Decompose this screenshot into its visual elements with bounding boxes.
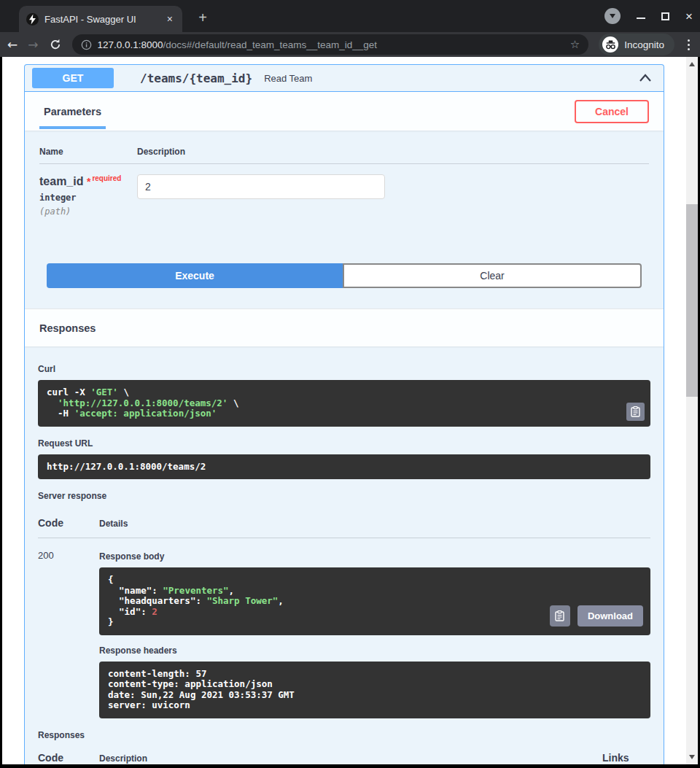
back-button[interactable]: ← (7, 37, 18, 52)
team-id-input[interactable] (137, 174, 385, 199)
download-button[interactable]: Download (578, 605, 643, 627)
page-info-icon[interactable] (81, 39, 92, 50)
parameter-row: team_id *required integer (path) (39, 164, 649, 217)
tab-parameters[interactable]: Parameters (39, 92, 106, 131)
required-label: required (92, 174, 121, 182)
browser-window: FastAPI - Swagger UI × + × ← → 127.0.0 (0, 0, 700, 768)
scrollbar-thumb[interactable] (686, 204, 698, 397)
documented-responses-table-header: Code Description Links (38, 740, 650, 764)
maximize-button[interactable] (661, 12, 669, 20)
col-details-header: Details (99, 519, 650, 529)
request-url-value: http://127.0.0.1:8000/teams/2 (47, 462, 642, 473)
server-response-table-header: Code Details (38, 501, 650, 538)
browser-menu-button[interactable] (685, 39, 693, 50)
scroll-up-arrow[interactable] (689, 62, 695, 66)
browser-tab[interactable]: FastAPI - Swagger UI × (19, 6, 182, 32)
clear-button[interactable]: Clear (343, 263, 642, 288)
copy-response-button[interactable] (550, 605, 570, 627)
tab-strip: FastAPI - Swagger UI × + × (0, 0, 700, 32)
tab-search-button[interactable] (604, 8, 621, 24)
minimize-button[interactable] (637, 18, 645, 19)
url-path: /docs#/default/read_team_teams__team_id_… (163, 39, 377, 50)
parameters-section: Name Description team_id *required integ… (25, 131, 664, 309)
col-description-header: Description (99, 753, 602, 764)
parameter-name: team_id *required (39, 174, 137, 188)
parameter-type: integer (39, 193, 137, 203)
scroll-down-arrow[interactable] (689, 755, 695, 759)
url-text[interactable]: 127.0.0.1:8000/docs#/default/read_team_t… (98, 39, 564, 50)
response-header-line: content-type: application/json (108, 679, 642, 690)
col-name-header: Name (39, 147, 137, 157)
page-content: GET /teams/{team_id} Read Team Parameter… (0, 57, 700, 764)
response-headers-block: content-length: 57 content-type: applica… (99, 662, 650, 718)
responses-title: Responses (39, 322, 96, 334)
tab-close-icon[interactable]: × (165, 13, 175, 25)
fastapi-favicon-icon (26, 13, 39, 26)
url-bar[interactable]: 127.0.0.1:8000/docs#/default/read_team_t… (72, 34, 589, 55)
response-header-line: content-length: 57 (108, 669, 642, 680)
endpoint-path: /teams/{team_id} (140, 71, 252, 85)
close-window-button[interactable]: × (685, 10, 693, 23)
execute-button-group: Execute Clear (47, 263, 642, 288)
http-method-badge: GET (32, 68, 114, 88)
request-url-block: http://127.0.0.1:8000/teams/2 (38, 454, 650, 480)
execute-button[interactable]: Execute (47, 263, 343, 288)
col-description-header: Description (137, 147, 649, 157)
curl-label: Curl (38, 364, 650, 374)
col-code-header: Code (38, 517, 99, 529)
clipboard-icon (631, 406, 640, 417)
documented-responses-label: Responses (38, 730, 650, 740)
request-url-label: Request URL (38, 438, 650, 449)
server-response-label: Server response (38, 491, 650, 501)
status-code: 200 (38, 550, 99, 718)
endpoint-summary: Read Team (264, 73, 312, 84)
response-body-label: Response body (99, 551, 650, 562)
parameters-table-header: Name Description (39, 147, 649, 164)
forward-button[interactable]: → (28, 37, 38, 52)
incognito-icon (602, 36, 618, 53)
parameter-description-cell (137, 174, 649, 217)
parameter-location: (path) (39, 206, 137, 217)
curl-code-block: curl -X 'GET' \ 'http://127.0.0.1:8000/t… (38, 380, 650, 427)
server-response-row: 200 Response body { "name": "Preventers"… (38, 538, 650, 718)
response-details-cell: Response body { "name": "Preventers", "h… (99, 550, 650, 718)
incognito-badge: Incognito (599, 34, 674, 55)
col-code-header: Code (38, 752, 99, 764)
response-header-line: date: Sun,22 Aug 2021 03:53:37 GMT (108, 690, 642, 701)
cancel-button[interactable]: Cancel (575, 100, 649, 123)
incognito-label: Incognito (624, 39, 664, 50)
response-headers-label: Response headers (99, 645, 650, 656)
page-scrollbar[interactable] (686, 57, 698, 764)
new-tab-button[interactable]: + (194, 9, 211, 27)
col-links-header: Links (602, 752, 650, 764)
opblock-header[interactable]: GET /teams/{team_id} Read Team (25, 65, 664, 92)
parameters-section-header: Parameters Cancel (25, 92, 664, 131)
copy-curl-button[interactable] (626, 403, 645, 421)
browser-toolbar: ← → 127.0.0.1:8000/docs#/default/read_te… (0, 32, 700, 57)
collapse-chevron-icon[interactable] (639, 73, 652, 83)
parameter-name-cell: team_id *required integer (path) (39, 174, 137, 217)
responses-section-header: Responses (25, 309, 664, 346)
response-body-block: { "name": "Preventers", "headquarters": … (99, 567, 650, 635)
clipboard-icon (555, 610, 564, 621)
required-star: * (87, 176, 90, 187)
url-host: 127.0.0.1:8000 (98, 39, 163, 50)
responses-section: Curl curl -X 'GET' \ 'http://127.0.0.1:8… (25, 346, 664, 764)
caret-down-icon (610, 14, 615, 18)
reload-button[interactable] (49, 38, 62, 51)
tab-title: FastAPI - Swagger UI (44, 14, 159, 25)
response-header-line: server: uvicorn (108, 700, 642, 711)
bookmark-star-icon[interactable]: ☆ (570, 38, 580, 51)
opblock-get-teams: GET /teams/{team_id} Read Team Parameter… (24, 64, 664, 764)
